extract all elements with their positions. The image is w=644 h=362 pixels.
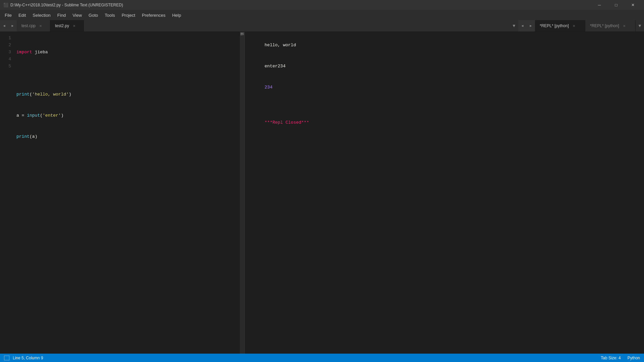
menu-goto[interactable]: Goto — [85, 10, 101, 20]
var-a: a — [16, 113, 19, 118]
code-editor-pane: 1 2 3 4 5 import jieba print('hello, wor… — [0, 32, 245, 354]
repl-tab-dropdown-button[interactable]: ▼ — [636, 20, 644, 32]
tab-next-button[interactable]: ▶ — [8, 20, 17, 32]
tab-prev-button[interactable]: ◀ — [0, 20, 8, 32]
repl-line-hello: hello, world — [265, 43, 296, 48]
repl-tab-prev-button[interactable]: ◀ — [518, 20, 527, 32]
tab-close-repl-2[interactable]: ✕ — [622, 23, 627, 28]
menu-view[interactable]: View — [69, 10, 85, 20]
line-num-1: 1 — [0, 35, 11, 42]
module-jieba: jieba — [32, 50, 48, 55]
menu-preferences[interactable]: Preferences — [139, 10, 169, 20]
code-line-1: import jieba — [16, 49, 245, 56]
close-button[interactable]: ✕ — [625, 0, 641, 10]
tab-close-repl-1[interactable]: ✕ — [572, 23, 576, 28]
tab-close-test2-py[interactable]: ✕ — [72, 23, 76, 28]
statusbar-right: Tab Size: 4 Python — [601, 356, 640, 360]
tab-label-repl-2: *REPL* [python] — [590, 23, 619, 28]
code-editor[interactable]: 1 2 3 4 5 import jieba print('hello, wor… — [0, 32, 245, 354]
editor-tabbar: ◀ ▶ test.cpp ✕ test2.py ✕ ▼ ◀ ▶ *REPL* [… — [0, 20, 644, 32]
var-a-ref: a — [32, 134, 35, 139]
minimize-button[interactable]: ─ — [592, 0, 607, 10]
menubar: File Edit Selection Find View Goto Tools… — [0, 10, 644, 20]
keyword-input: input — [27, 113, 40, 118]
repl-output: hello, world enter234 234 ***Repl Closed… — [245, 32, 644, 354]
repl-line-number: 234 — [265, 85, 272, 90]
tab-repl-2[interactable]: *REPL* [python] ✕ — [585, 20, 636, 32]
titlebar-left: ⬛ D:\My-C++\2018.10\test2.py - Sublime T… — [3, 3, 123, 7]
repl-line-closed: ***Repl Closed*** — [265, 120, 309, 125]
minimap: ▬▬▬▬▬▬▬▬▬▬ — [240, 32, 245, 354]
statusbar: Line 5, Column 9 Tab Size: 4 Python — [0, 354, 644, 362]
tab-label-test2-py: test2.py — [55, 23, 69, 28]
tab-test2-py[interactable]: test2.py ✕ — [50, 20, 84, 32]
tab-label-test-cpp: test.cpp — [21, 23, 36, 28]
cursor-position[interactable]: Line 5, Column 9 — [13, 356, 43, 360]
repl-line-enter: enter234 — [265, 64, 285, 69]
line-num-2: 2 — [0, 42, 11, 49]
line-num-3: 3 — [0, 49, 11, 56]
tab-spacer — [84, 20, 510, 32]
tab-test-cpp[interactable]: test.cpp ✕ — [17, 20, 50, 32]
titlebar: ⬛ D:\My-C++\2018.10\test2.py - Sublime T… — [0, 0, 644, 10]
code-line-3: print('hello, world') — [16, 91, 245, 98]
line-num-5: 5 — [0, 63, 11, 70]
repl-pane: hello, world enter234 234 ***Repl Closed… — [245, 32, 644, 354]
menu-edit[interactable]: Edit — [15, 10, 29, 20]
titlebar-title: D:\My-C++\2018.10\test2.py - Sublime Tex… — [10, 3, 123, 7]
keyword-import: import — [16, 50, 32, 55]
menu-file[interactable]: File — [1, 10, 15, 20]
editor-area: 1 2 3 4 5 import jieba print('hello, wor… — [0, 32, 644, 354]
menu-project[interactable]: Project — [118, 10, 139, 20]
statusbar-left: Line 5, Column 9 — [4, 356, 43, 360]
titlebar-controls: ─ □ ✕ — [592, 0, 641, 10]
string-hello: 'hello, world' — [32, 92, 69, 97]
line-numbers: 1 2 3 4 5 — [0, 32, 15, 354]
line-num-4: 4 — [0, 56, 11, 63]
tab-repl-1[interactable]: *REPL* [python] ✕ — [535, 20, 585, 32]
menu-find[interactable]: Find — [54, 10, 69, 20]
repl-tab-next-button[interactable]: ▶ — [527, 20, 535, 32]
tab-dropdown-button[interactable]: ▼ — [510, 20, 518, 32]
menu-help[interactable]: Help — [169, 10, 184, 20]
language-mode[interactable]: Python — [628, 356, 640, 360]
maximize-button[interactable]: □ — [608, 0, 624, 10]
selection-indicator-icon — [4, 356, 9, 360]
keyword-print-1: print — [16, 92, 30, 97]
menu-selection[interactable]: Selection — [29, 10, 54, 20]
tab-size[interactable]: Tab Size: 4 — [601, 356, 621, 360]
tab-close-test-cpp[interactable]: ✕ — [38, 23, 43, 28]
menu-tools[interactable]: Tools — [101, 10, 118, 20]
code-line-5: print(a) — [16, 133, 245, 140]
keyword-print-2: print — [16, 134, 30, 139]
app-icon: ⬛ — [3, 3, 8, 7]
tab-label-repl-1: *REPL* [python] — [540, 23, 569, 28]
code-line-2 — [16, 70, 245, 77]
string-enter: 'enter' — [43, 113, 61, 118]
code-content[interactable]: import jieba print('hello, world') a = i… — [15, 32, 245, 354]
code-line-4: a = input('enter') — [16, 112, 245, 119]
